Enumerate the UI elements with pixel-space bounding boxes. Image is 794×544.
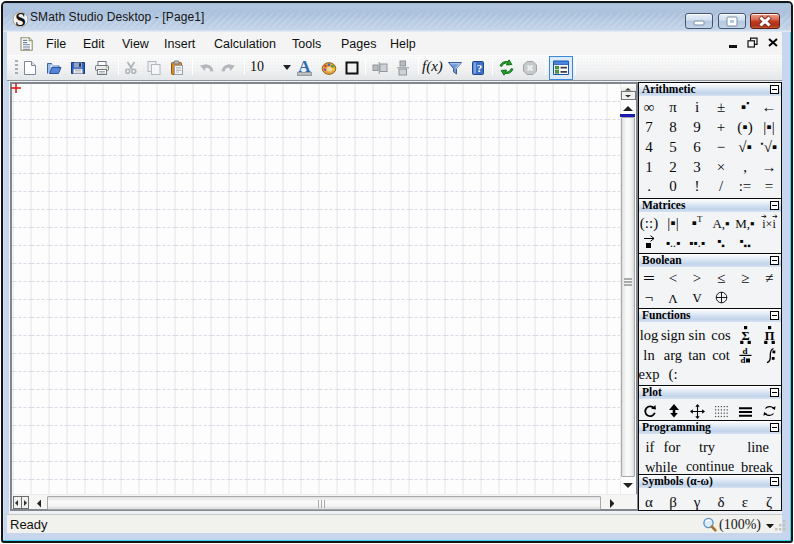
svg-text:Π: Π xyxy=(765,329,775,343)
svg-text:S: S xyxy=(15,11,26,28)
svg-text:Σ: Σ xyxy=(741,329,749,343)
svg-text:d: d xyxy=(740,355,745,364)
svg-text:?: ? xyxy=(477,62,483,74)
